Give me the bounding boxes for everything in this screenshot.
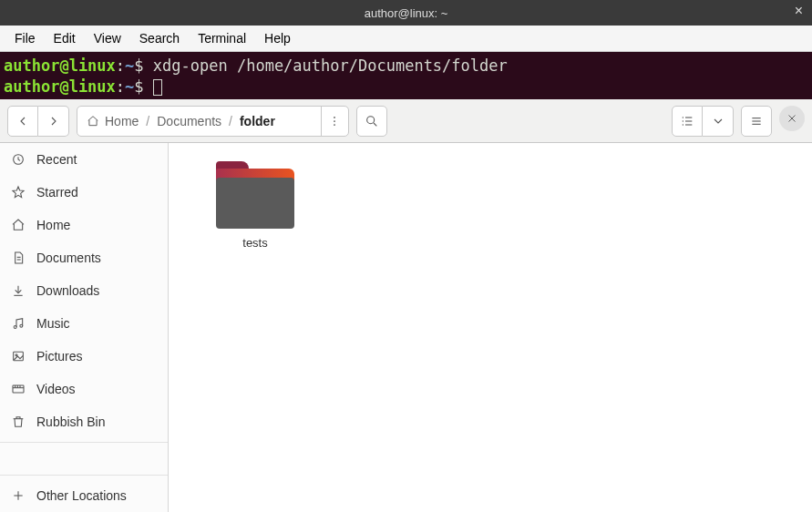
hamburger-menu-button[interactable] bbox=[741, 106, 772, 137]
vertical-dots-icon bbox=[328, 115, 341, 128]
chevron-down-icon bbox=[711, 114, 725, 128]
hamburger-icon bbox=[749, 114, 764, 128]
sidebar-item-other-locations[interactable]: Other Locations bbox=[0, 479, 168, 512]
sidebar-item-label: Downloads bbox=[36, 283, 99, 298]
sidebar-separator bbox=[0, 475, 168, 476]
sidebar-item-label: Rubbish Bin bbox=[36, 415, 106, 429]
breadcrumb-home[interactable]: Home bbox=[87, 114, 139, 128]
view-switcher bbox=[672, 106, 734, 137]
sidebar-item-downloads[interactable]: Downloads bbox=[0, 274, 168, 307]
menu-edit[interactable]: Edit bbox=[45, 27, 85, 49]
menubar: File Edit View Search Terminal Help bbox=[0, 26, 812, 52]
menu-view[interactable]: View bbox=[85, 27, 130, 49]
menu-file[interactable]: File bbox=[5, 27, 45, 49]
svg-marker-17 bbox=[13, 187, 24, 198]
prompt-user: author@linux bbox=[4, 56, 116, 75]
breadcrumb-separator: / bbox=[229, 114, 232, 128]
sidebar-item-label: Videos bbox=[36, 382, 76, 396]
menu-search[interactable]: Search bbox=[130, 27, 189, 49]
sidebar-item-videos[interactable]: Videos bbox=[0, 373, 168, 405]
music-icon bbox=[11, 316, 26, 331]
prompt-path: ~ bbox=[125, 56, 134, 75]
list-view-button[interactable] bbox=[672, 106, 703, 137]
sidebar-item-label: Music bbox=[36, 316, 70, 331]
pathbar: Home / Documents / folder bbox=[77, 106, 349, 137]
sidebar-item-label: Other Locations bbox=[36, 488, 127, 503]
svg-point-3 bbox=[366, 116, 374, 123]
view-options-button[interactable] bbox=[703, 106, 734, 137]
home-icon bbox=[87, 115, 99, 128]
breadcrumb-current[interactable]: folder bbox=[240, 114, 275, 128]
sidebar-item-label: Starred bbox=[36, 185, 78, 200]
terminal-line-2: author@linux:~$ bbox=[4, 77, 808, 97]
sidebar-item-label: Pictures bbox=[36, 349, 83, 364]
sidebar-item-recent[interactable]: Recent bbox=[0, 143, 168, 176]
svg-point-9 bbox=[683, 124, 684, 125]
sidebar-item-label: Documents bbox=[36, 251, 101, 265]
picture-icon bbox=[11, 349, 26, 364]
svg-point-5 bbox=[683, 117, 684, 118]
svg-point-25 bbox=[15, 354, 17, 356]
sidebar-item-home[interactable]: Home bbox=[0, 209, 168, 241]
chevron-left-icon bbox=[15, 114, 30, 128]
nav-buttons bbox=[7, 106, 69, 137]
file-manager-body: Recent Starred Home Documents Downloads … bbox=[0, 143, 812, 512]
search-icon bbox=[365, 114, 379, 128]
plus-icon bbox=[11, 488, 26, 503]
list-icon bbox=[680, 114, 694, 128]
menu-help[interactable]: Help bbox=[255, 27, 300, 49]
breadcrumb-documents[interactable]: Documents bbox=[157, 114, 221, 128]
sidebar-item-label: Home bbox=[36, 218, 70, 232]
prompt-symbol: $ bbox=[134, 56, 143, 75]
svg-point-2 bbox=[334, 124, 335, 126]
home-icon bbox=[11, 218, 26, 232]
terminal-cursor bbox=[153, 79, 162, 96]
svg-line-4 bbox=[374, 123, 376, 126]
breadcrumb-separator: / bbox=[146, 114, 149, 128]
svg-point-7 bbox=[683, 120, 684, 121]
trash-icon bbox=[11, 415, 26, 429]
folder-item-tests[interactable]: tests bbox=[196, 161, 314, 250]
window-close-button[interactable]: × bbox=[795, 4, 803, 18]
clock-icon bbox=[11, 152, 26, 167]
sidebar-item-music[interactable]: Music bbox=[0, 307, 168, 340]
svg-rect-26 bbox=[13, 385, 24, 393]
window-title: author@linux: ~ bbox=[365, 6, 448, 20]
chevron-right-icon bbox=[46, 114, 61, 128]
sidebar-item-pictures[interactable]: Pictures bbox=[0, 340, 168, 373]
sidebar-item-starred[interactable]: Starred bbox=[0, 176, 168, 209]
file-manager-content[interactable]: tests bbox=[169, 143, 812, 512]
sidebar: Recent Starred Home Documents Downloads … bbox=[0, 143, 169, 512]
terminal-command: xdg-open /home/author/Documents/folder bbox=[153, 56, 508, 75]
sidebar-separator bbox=[0, 442, 168, 443]
file-manager-close-button[interactable] bbox=[779, 106, 805, 131]
window-titlebar: author@linux: ~ × bbox=[0, 0, 812, 26]
terminal-line-1: author@linux:~$ xdg-open /home/author/Do… bbox=[4, 56, 808, 77]
svg-point-23 bbox=[20, 324, 23, 327]
sidebar-item-trash[interactable]: Rubbish Bin bbox=[0, 405, 168, 438]
video-icon bbox=[11, 382, 26, 396]
star-icon bbox=[11, 185, 26, 200]
svg-point-0 bbox=[334, 117, 335, 118]
path-options-button[interactable] bbox=[321, 107, 348, 136]
folder-icon bbox=[216, 161, 294, 229]
sidebar-item-documents[interactable]: Documents bbox=[0, 241, 168, 274]
menu-terminal[interactable]: Terminal bbox=[189, 27, 255, 49]
file-manager-header: Home / Documents / folder bbox=[0, 99, 812, 143]
document-icon bbox=[11, 251, 26, 265]
breadcrumb-home-label: Home bbox=[105, 114, 139, 128]
sidebar-item-label: Recent bbox=[36, 152, 77, 167]
close-icon bbox=[786, 112, 798, 125]
folder-label: tests bbox=[242, 236, 267, 250]
terminal[interactable]: author@linux:~$ xdg-open /home/author/Do… bbox=[0, 52, 812, 99]
download-icon bbox=[11, 283, 26, 298]
svg-point-22 bbox=[14, 326, 16, 329]
svg-point-1 bbox=[334, 120, 335, 122]
back-button[interactable] bbox=[7, 106, 38, 137]
forward-button[interactable] bbox=[38, 106, 69, 137]
search-button[interactable] bbox=[356, 106, 387, 137]
